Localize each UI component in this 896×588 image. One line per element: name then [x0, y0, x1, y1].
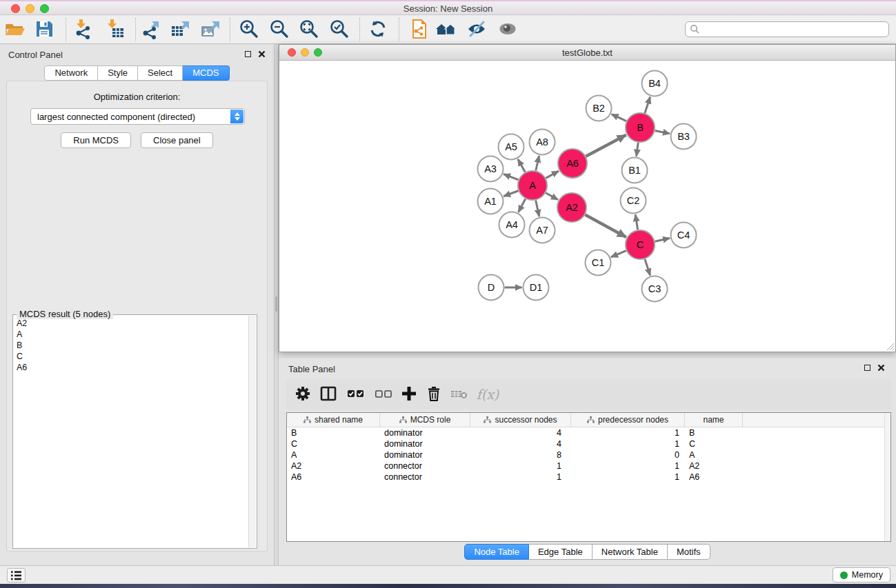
close-panel-icon[interactable] [258, 50, 266, 58]
edge-A-A8[interactable] [536, 156, 539, 171]
result-item[interactable]: C [14, 351, 248, 362]
edge-A6-B[interactable] [586, 135, 626, 156]
tab-style[interactable]: Style [98, 65, 138, 81]
open-session-button[interactable] [3, 19, 28, 41]
table-row[interactable]: A6connector11A6 [287, 472, 890, 483]
node-C4[interactable]: C4 [671, 223, 697, 248]
unselect-all-columns-button[interactable] [374, 385, 393, 404]
edge-B-B2[interactable] [612, 114, 626, 121]
zoom-in-button[interactable] [237, 19, 261, 41]
delete-columns-button[interactable] [424, 385, 444, 404]
column-header-successor-nodes[interactable]: successor nodes [470, 413, 571, 427]
zoom-fit-button[interactable] [297, 19, 321, 41]
node-C2[interactable]: C2 [621, 188, 646, 214]
node-B3[interactable]: B3 [671, 124, 697, 150]
node-A1[interactable]: A1 [478, 189, 504, 214]
mcds-result-list[interactable]: A2ABCA6 [14, 318, 248, 547]
create-new-column-button[interactable] [399, 385, 419, 404]
node-B4[interactable]: B4 [642, 71, 668, 97]
column-header-predecessor-nodes[interactable]: predecessor nodes [571, 413, 685, 427]
close-mcds-panel-button[interactable]: Close panel [141, 132, 213, 148]
node-B2[interactable]: B2 [586, 96, 612, 121]
export-table-button[interactable] [168, 19, 192, 41]
panel-splitter[interactable] [274, 44, 279, 565]
edge-C-C1[interactable] [611, 251, 626, 257]
table-row[interactable]: A2connector11A2 [287, 460, 890, 472]
node-D[interactable]: D [479, 275, 504, 301]
edge-C-C4[interactable] [655, 238, 670, 241]
show-column-panel-button[interactable] [319, 385, 338, 404]
import-table-button[interactable] [103, 19, 128, 41]
tab-motifs[interactable]: Motifs [668, 544, 710, 560]
memory-button[interactable]: Memory [833, 567, 890, 582]
tab-edge-table[interactable]: Edge Table [529, 544, 593, 560]
node-C[interactable]: C [626, 230, 655, 259]
edge-C-C2[interactable] [635, 214, 637, 230]
edge-A-A1[interactable] [504, 191, 518, 196]
node-A4[interactable]: A4 [499, 212, 525, 238]
show-all-button[interactable] [495, 19, 520, 41]
import-network-from-database-button[interactable] [406, 19, 431, 41]
tab-mcds[interactable]: MCDS [183, 65, 229, 81]
network-canvas[interactable]: B4B2BB3A8A5A6A3B1AA1C2A2A4A7C4CC1C3DD1 [279, 61, 895, 352]
float-table-panel-button[interactable] [864, 365, 870, 371]
column-header-shared-name[interactable]: shared name [287, 413, 380, 427]
apply-layout-button[interactable] [366, 19, 390, 41]
export-network-button[interactable] [139, 19, 163, 41]
edge-B-B4[interactable] [645, 97, 650, 113]
result-list-scrollbar[interactable] [248, 316, 256, 547]
node-C3[interactable]: C3 [642, 276, 668, 302]
edge-A-A6[interactable] [546, 171, 559, 178]
edge-A-A2[interactable] [546, 193, 558, 200]
node-B1[interactable]: B1 [622, 158, 648, 183]
node-A2[interactable]: A2 [557, 193, 586, 222]
import-network-button[interactable] [71, 19, 96, 41]
node-A6[interactable]: A6 [558, 149, 587, 178]
optimization-criterion-select[interactable]: largest connected component (directed) [30, 108, 245, 125]
table-options-button[interactable] [293, 385, 312, 404]
node-A[interactable]: A [518, 171, 547, 200]
task-history-button[interactable] [7, 568, 26, 582]
function-builder-button[interactable]: f(x) [474, 385, 501, 404]
column-header-MCDS-role[interactable]: MCDS role [380, 413, 470, 427]
edge-A-A3[interactable] [504, 174, 518, 180]
node-C1[interactable]: C1 [586, 250, 611, 276]
node-A5[interactable]: A5 [499, 134, 524, 160]
edge-A2-C[interactable] [585, 215, 626, 237]
tab-node-table[interactable]: Node Table [464, 544, 529, 560]
close-table-panel-icon[interactable] [877, 364, 885, 372]
zoom-out-button[interactable] [267, 19, 292, 41]
edge-A-A5[interactable] [518, 159, 525, 172]
result-item[interactable]: B [14, 340, 248, 351]
table-row[interactable]: Bdominator41B [287, 427, 890, 438]
tab-network-table[interactable]: Network Table [593, 544, 668, 560]
node-B[interactable]: B [626, 113, 655, 142]
search-input[interactable] [700, 24, 888, 34]
column-header-name[interactable]: name [685, 413, 743, 427]
resize-grip-icon[interactable] [886, 342, 895, 351]
tab-select[interactable]: Select [138, 65, 183, 81]
hide-selected-button[interactable] [464, 19, 489, 41]
export-image-button[interactable] [198, 19, 223, 41]
float-panel-button[interactable] [245, 51, 251, 57]
select-all-columns-button[interactable] [346, 385, 366, 404]
edge-C-C3[interactable] [645, 259, 650, 276]
edge-B-B3[interactable] [655, 130, 670, 133]
result-item[interactable]: A [14, 329, 248, 340]
edge-A-A4[interactable] [519, 199, 526, 212]
node-A3[interactable]: A3 [478, 156, 504, 182]
node-A8[interactable]: A8 [530, 130, 555, 155]
result-item[interactable]: A6 [14, 362, 248, 373]
zoom-selected-button[interactable] [327, 19, 352, 41]
run-mcds-button[interactable]: Run MCDS [61, 132, 131, 148]
node-D1[interactable]: D1 [524, 275, 549, 301]
tab-network[interactable]: Network [44, 65, 98, 81]
home-button[interactable] [434, 19, 459, 41]
save-session-button[interactable] [32, 19, 57, 41]
edge-B-B1[interactable] [637, 143, 639, 156]
result-item[interactable]: A2 [14, 318, 248, 329]
table-row[interactable]: Cdominator41C [287, 438, 890, 449]
node-A7[interactable]: A7 [530, 218, 555, 243]
edge-A-A7[interactable] [536, 201, 539, 216]
table-row[interactable]: Adominator80A [287, 449, 890, 460]
